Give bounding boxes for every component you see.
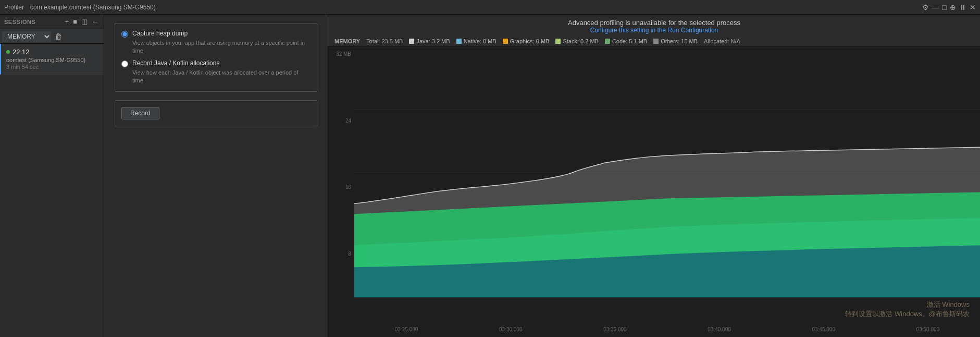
maximize-button[interactable]: ⊕	[950, 3, 956, 11]
x-label-3: 03:35.000	[603, 327, 627, 332]
memory-tab-bar: MEMORY CPU NETWORK 🗑	[0, 29, 104, 44]
x-label-4: 03:40.000	[708, 327, 731, 332]
record-allocations-radio[interactable]	[121, 61, 128, 67]
y-label-8: 8	[331, 251, 351, 257]
x-label-6: 03:50.000	[916, 327, 940, 332]
y-label-24: 24	[331, 118, 351, 124]
profiler-label: Profiler	[4, 4, 24, 11]
memory-legend: MEMORY Total: 23.5 MB Java: 3.2 MB Nativ…	[334, 35, 974, 46]
title-bar: Profiler com.example.oomtest (Samsung SM…	[0, 0, 980, 15]
legend-graphics: Graphics: 0 MB	[503, 38, 550, 44]
chart-area: 32 MB 24 16 8	[328, 47, 980, 337]
session-duration: 3 min 54 sec	[6, 64, 98, 70]
settings-button[interactable]: ⚙	[922, 3, 929, 11]
options-group: Capture heap dump View objects in your a…	[115, 23, 317, 92]
legend-code: Code: 5.1 MB	[605, 38, 647, 44]
memory-chart-label: MEMORY	[334, 38, 360, 44]
sessions-label: SESSIONS	[4, 19, 62, 25]
add-session-button[interactable]: +	[64, 17, 70, 26]
middle-panel: Capture heap dump View objects in your a…	[104, 15, 328, 337]
legend-graphics-dot	[503, 39, 508, 44]
right-panel: Advanced profiling is unavailable for th…	[328, 15, 980, 337]
chart-header: Advanced profiling is unavailable for th…	[328, 15, 980, 47]
legend-others: Others: 15 MB	[653, 38, 698, 44]
y-label-16: 16	[331, 184, 351, 190]
total-memory: Total: 23.5 MB	[366, 38, 403, 44]
session-item[interactable]: 22:12 oomtest (Samsung SM-G9550) 3 min 5…	[0, 44, 104, 75]
pause-button[interactable]: ⏸	[959, 3, 966, 11]
capture-heap-dump-title: Capture heap dump	[132, 30, 311, 37]
record-allocations-option[interactable]: Record Java / Kotlin allocations View ho…	[121, 59, 311, 85]
capture-heap-dump-content: Capture heap dump View objects in your a…	[132, 30, 311, 55]
legend-native: Native: 0 MB	[456, 38, 497, 44]
memory-chart-svg	[354, 47, 980, 297]
session-active-dot	[6, 50, 10, 54]
legend-code-dot	[605, 39, 610, 44]
session-time-value: 22:12	[13, 48, 30, 56]
record-allocations-desc: View how each Java / Kotlin object was a…	[132, 69, 311, 85]
x-label-1: 03:25.000	[395, 327, 418, 332]
capture-heap-dump-radio[interactable]	[121, 31, 128, 38]
title-bar-actions: ⚙ — □ ⊕ ⏸ ✕	[922, 3, 976, 11]
stop-session-button[interactable]: ■	[72, 17, 78, 26]
main-layout: SESSIONS + ■ ◫ ← MEMORY CPU NETWORK 🗑 22…	[0, 15, 980, 337]
capture-heap-dump-option[interactable]: Capture heap dump View objects in your a…	[121, 30, 311, 55]
session-device-name: oomtest (Samsung SM-G9550)	[6, 57, 98, 63]
close-button[interactable]: ✕	[970, 3, 976, 11]
legend-java: Java: 3.2 MB	[409, 38, 450, 44]
record-allocations-title: Record Java / Kotlin allocations	[132, 59, 311, 67]
legend-stack-dot	[555, 39, 561, 44]
legend-native-dot	[456, 39, 462, 44]
app-label: com.example.oomtest (Samsung SM-G9550)	[30, 4, 156, 11]
run-config-link[interactable]: Run Configuration	[668, 27, 718, 34]
record-section: Record	[115, 100, 317, 126]
watermark: 激活 Windows 转到设置以激活 Windows。@布鲁斯码农	[845, 300, 970, 319]
session-time: 22:12	[6, 48, 98, 56]
legend-stack: Stack: 0.2 MB	[555, 38, 598, 44]
minimize-button[interactable]: —	[932, 3, 939, 11]
memory-dropdown[interactable]: MEMORY CPU NETWORK	[2, 31, 51, 42]
chart-warning-sub: Configure this setting in the Run Config…	[334, 27, 974, 34]
x-label-2: 03:30.000	[499, 327, 523, 332]
y-axis: 32 MB 24 16 8	[328, 47, 354, 321]
legend-java-dot	[409, 39, 414, 44]
split-session-button[interactable]: ◫	[80, 17, 89, 26]
left-panel: SESSIONS + ■ ◫ ← MEMORY CPU NETWORK 🗑 22…	[0, 15, 104, 337]
delete-icon-button[interactable]: 🗑	[53, 32, 64, 41]
record-allocations-content: Record Java / Kotlin allocations View ho…	[132, 59, 311, 85]
capture-heap-dump-desc: View objects in your app that are using …	[132, 39, 311, 55]
legend-others-dot	[653, 39, 659, 44]
x-axis: 03:25.000 03:30.000 03:35.000 03:40.000 …	[354, 321, 980, 337]
back-arrow-button[interactable]: ←	[91, 17, 100, 26]
allocated-label: Allocated: N/A	[704, 38, 740, 44]
x-label-5: 03:45.000	[812, 327, 835, 332]
chart-warning: Advanced profiling is unavailable for th…	[334, 17, 974, 35]
record-button[interactable]: Record	[121, 107, 159, 119]
chart-warning-title: Advanced profiling is unavailable for th…	[334, 19, 974, 27]
sessions-header: SESSIONS + ■ ◫ ←	[0, 15, 104, 29]
restore-button[interactable]: □	[942, 3, 947, 11]
y-label-32: 32 MB	[331, 51, 351, 57]
